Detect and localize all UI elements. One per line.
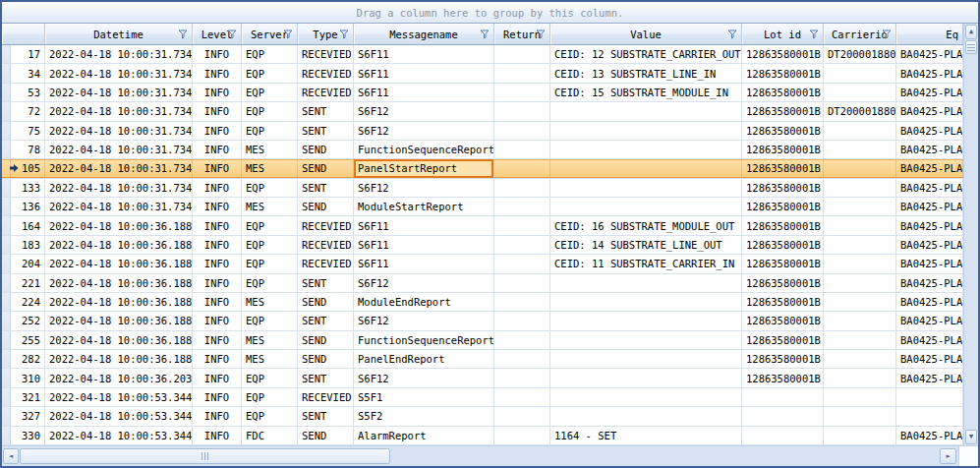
cell-return[interactable] <box>494 45 550 63</box>
cell-value[interactable]: CEID: 14 SUBSTRATE_LINE_OUT <box>550 236 742 254</box>
cell-eq[interactable] <box>896 407 963 425</box>
cell-carrierid[interactable] <box>824 427 896 444</box>
cell-level[interactable]: INFO <box>193 141 242 158</box>
grid-row[interactable]: 782022-04-18 10:00:31.734INFOMESSENDFunc… <box>2 141 963 159</box>
cell-return[interactable] <box>494 198 550 215</box>
cell-datetime[interactable]: 2022-04-18 10:00:36.188 <box>45 331 193 349</box>
cell-datetime[interactable]: 2022-04-18 10:00:36.188 <box>45 255 193 272</box>
cell-server[interactable]: EQP <box>242 255 298 272</box>
cell-server[interactable]: MES <box>242 331 298 349</box>
header-cell-value[interactable]: Value <box>550 24 742 44</box>
group-by-panel[interactable]: Drag a column here to group by this colu… <box>2 2 978 24</box>
cell-messagename[interactable]: S6F11 <box>354 255 494 272</box>
cell-server[interactable]: MES <box>242 350 298 368</box>
cell-eq[interactable]: BA0425-PLA <box>896 369 963 386</box>
cell-eq[interactable]: BA0425-PLA <box>896 236 963 254</box>
cell-carrierid[interactable] <box>824 312 896 329</box>
cell-value[interactable]: CEID: 11 SUBSTRATE_CARRIER_IN <box>550 255 742 272</box>
cell-level[interactable]: INFO <box>193 216 242 234</box>
cell-type[interactable]: RECEVIED <box>298 64 354 82</box>
cell-return[interactable] <box>494 293 550 311</box>
cell-type[interactable]: RECEVIED <box>298 84 354 101</box>
cell-messagename[interactable]: S6F12 <box>354 312 494 329</box>
cell-level[interactable]: INFO <box>193 159 242 177</box>
cell-server[interactable]: EQP <box>242 216 298 234</box>
grid-row[interactable]: 2552022-04-18 10:00:36.188INFOMESSENDFun… <box>2 331 963 350</box>
cell-level[interactable]: INFO <box>193 122 242 140</box>
cell-level[interactable]: INFO <box>193 45 242 63</box>
grid-row[interactable]: 3302022-04-18 10:00:53.344INFOFDCSENDAla… <box>2 427 963 445</box>
filter-icon[interactable] <box>809 29 820 39</box>
cell-level[interactable]: INFO <box>193 388 242 406</box>
grid-row[interactable]: 342022-04-18 10:00:31.734INFOEQPRECEVIED… <box>2 64 963 83</box>
grid-row[interactable]: 1052022-04-18 10:00:31.734INFOMESSENDPan… <box>2 159 963 178</box>
cell-lotid[interactable]: 12863580001B <box>742 84 824 101</box>
cell-value[interactable] <box>550 331 742 349</box>
cell-server[interactable]: EQP <box>242 236 298 254</box>
grid-row[interactable]: 2522022-04-18 10:00:36.188INFOEQPSENTS6F… <box>2 312 963 330</box>
cell-lotid[interactable]: 12863580001B <box>742 274 824 292</box>
cell-value[interactable] <box>550 407 742 425</box>
cell-server[interactable]: MES <box>242 141 298 158</box>
cell-messagename[interactable]: ModuleStartReport <box>354 198 494 215</box>
cell-type[interactable]: SEND <box>298 198 354 215</box>
cell-lotid[interactable]: 12863580001B <box>742 293 824 311</box>
header-cell-type[interactable]: Type <box>298 24 354 44</box>
grid-row[interactable]: 1642022-04-18 10:00:36.188INFOEQPRECEVIE… <box>2 216 963 235</box>
cell-lotid[interactable]: 12863580001B <box>742 236 824 254</box>
grid-row[interactable]: 752022-04-18 10:00:31.734INFOEQPSENTS6F1… <box>2 122 963 141</box>
cell-datetime[interactable]: 2022-04-18 10:00:31.734 <box>45 84 193 101</box>
cell-messagename[interactable]: S6F12 <box>354 122 494 140</box>
cell-datetime[interactable]: 2022-04-18 10:00:36.188 <box>45 350 193 368</box>
cell-carrierid[interactable] <box>824 255 896 272</box>
cell-eq[interactable]: BA0425-PLA <box>896 122 963 140</box>
cell-return[interactable] <box>494 255 550 272</box>
cell-type[interactable]: SEND <box>298 350 354 368</box>
cell-carrierid[interactable] <box>824 236 896 254</box>
cell-carrierid[interactable] <box>824 64 896 82</box>
cell-datetime[interactable]: 2022-04-18 10:00:31.734 <box>45 122 193 140</box>
cell-level[interactable]: INFO <box>193 293 242 311</box>
header-cell-level[interactable]: Level <box>193 24 242 44</box>
cell-type[interactable]: RECEVIED <box>298 236 354 254</box>
grid-row[interactable]: 172022-04-18 10:00:31.734INFOEQPRECEVIED… <box>2 45 963 64</box>
filter-icon[interactable] <box>283 29 294 39</box>
filter-icon[interactable] <box>536 29 547 39</box>
cell-return[interactable] <box>494 179 550 197</box>
grid-row[interactable]: 2242022-04-18 10:00:36.188INFOMESSENDMod… <box>2 293 963 312</box>
cell-carrierid[interactable] <box>824 141 896 158</box>
grid-row[interactable]: 532022-04-18 10:00:31.734INFOEQPRECEVIED… <box>2 84 963 102</box>
cell-server[interactable]: EQP <box>242 388 298 406</box>
cell-level[interactable]: INFO <box>193 350 242 368</box>
cell-eq[interactable]: BA0425-PLA <box>896 312 963 329</box>
cell-datetime[interactable]: 2022-04-18 10:00:31.734 <box>45 45 193 63</box>
cell-level[interactable]: INFO <box>193 255 242 272</box>
filter-icon[interactable] <box>727 29 738 39</box>
cell-server[interactable]: MES <box>242 159 298 177</box>
cell-return[interactable] <box>494 274 550 292</box>
scroll-down-button[interactable]: ▼ <box>965 430 977 444</box>
cell-type[interactable]: SENT <box>298 122 354 140</box>
filter-icon[interactable] <box>178 29 189 39</box>
cell-server[interactable]: EQP <box>242 274 298 292</box>
cell-datetime[interactable]: 2022-04-18 10:00:36.188 <box>45 312 193 329</box>
cell-server[interactable]: MES <box>242 198 298 215</box>
grid-row[interactable]: 3102022-04-18 10:00:36.203INFOEQPSENTS6F… <box>2 369 963 387</box>
header-cell-lotid[interactable]: Lot id <box>742 24 824 44</box>
grid-row[interactable]: 2042022-04-18 10:00:36.188INFOEQPRECEVIE… <box>2 255 963 273</box>
cell-carrierid[interactable] <box>824 388 896 406</box>
cell-level[interactable]: INFO <box>193 236 242 254</box>
cell-value[interactable] <box>550 312 742 329</box>
cell-lotid[interactable]: 12863580001B <box>742 198 824 215</box>
cell-server[interactable]: EQP <box>242 64 298 82</box>
cell-type[interactable]: SENT <box>298 407 354 425</box>
cell-type[interactable]: SENT <box>298 179 354 197</box>
cell-server[interactable]: EQP <box>242 102 298 120</box>
cell-lotid[interactable]: 12863580001B <box>742 179 824 197</box>
cell-datetime[interactable]: 2022-04-18 10:00:53.344 <box>45 407 193 425</box>
cell-value[interactable]: CEID: 16 SUBSTRATE_MODULE_OUT <box>550 216 742 234</box>
cell-datetime[interactable]: 2022-04-18 10:00:53.344 <box>45 388 193 406</box>
cell-value[interactable] <box>550 102 742 120</box>
cell-messagename[interactable]: S6F11 <box>354 84 494 101</box>
cell-type[interactable]: SEND <box>298 293 354 311</box>
